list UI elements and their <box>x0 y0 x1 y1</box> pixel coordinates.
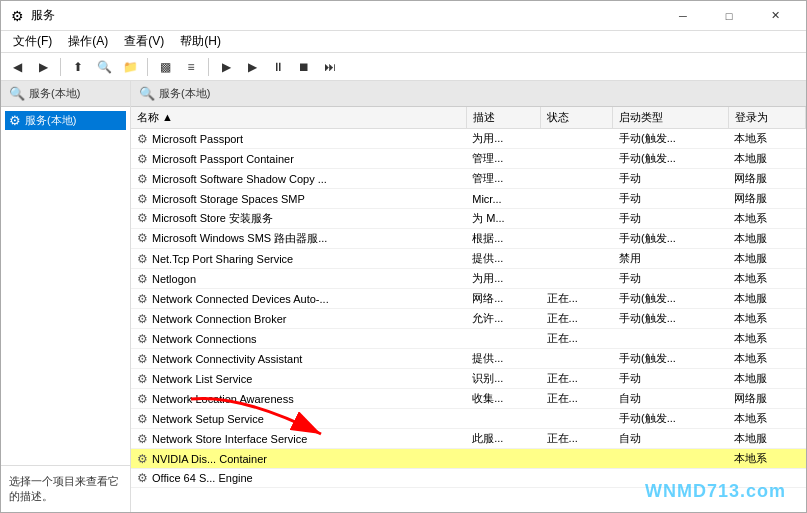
search-button[interactable]: 🔍 <box>92 56 116 78</box>
service-gear-icon: ⚙ <box>137 452 148 466</box>
stop-button[interactable]: ⏹ <box>292 56 316 78</box>
service-gear-icon: ⚙ <box>137 312 148 326</box>
left-panel-header-label: 服务(本地) <box>29 86 80 101</box>
service-name-cell: ⚙Network Connections <box>131 329 466 349</box>
minimize-button[interactable]: ─ <box>660 1 706 31</box>
up-button[interactable]: ⬆ <box>66 56 90 78</box>
table-row[interactable]: ⚙Office 64 S... Engine <box>131 469 806 488</box>
service-gear-icon: ⚙ <box>137 252 148 266</box>
tree-item-label: 服务(本地) <box>25 113 76 128</box>
service-gear-icon: ⚙ <box>137 211 148 225</box>
service-status-cell: 正在... <box>541 429 613 449</box>
service-status-cell <box>541 149 613 169</box>
service-gear-icon: ⚙ <box>137 471 148 485</box>
table-row[interactable]: ⚙NVIDIA Dis... Container本地系 <box>131 449 806 469</box>
col-header-name[interactable]: 名称 ▲ <box>131 107 466 129</box>
titlebar-left: ⚙ 服务 <box>9 7 55 24</box>
table-row[interactable]: ⚙Microsoft Store 安装服务为 M...手动本地系 <box>131 209 806 229</box>
service-name-cell: ⚙Network Connectivity Assistant <box>131 349 466 369</box>
col-header-status[interactable]: 状态 <box>541 107 613 129</box>
service-status-cell <box>541 249 613 269</box>
service-name-cell: ⚙Microsoft Passport <box>131 129 466 149</box>
col-header-login[interactable]: 登录为 <box>728 107 805 129</box>
menu-action[interactable]: 操作(A) <box>60 31 116 52</box>
menu-help[interactable]: 帮助(H) <box>172 31 229 52</box>
play-button[interactable]: ▶ <box>214 56 238 78</box>
menu-file[interactable]: 文件(F) <box>5 31 60 52</box>
service-status-cell: 正在... <box>541 369 613 389</box>
table-row[interactable]: ⚙Microsoft Software Shadow Copy ...管理...… <box>131 169 806 189</box>
service-name-cell: ⚙NVIDIA Dis... Container <box>131 449 466 469</box>
service-gear-icon: ⚙ <box>137 332 148 346</box>
pause-button[interactable]: ⏸ <box>266 56 290 78</box>
toolbar-icon1[interactable]: ▩ <box>153 56 177 78</box>
services-table[interactable]: 名称 ▲ 描述 状态 启动类型 登录为 ⚙Microsoft Passport为… <box>131 107 806 512</box>
service-startup-cell: 手动(触发... <box>613 309 728 329</box>
maximize-button[interactable]: □ <box>706 1 752 31</box>
table-row[interactable]: ⚙Network Connectivity Assistant提供...手动(触… <box>131 349 806 369</box>
service-desc-cell: 为用... <box>466 129 540 149</box>
forward-button[interactable]: ▶ <box>31 56 55 78</box>
service-gear-icon: ⚙ <box>137 392 148 406</box>
main-window: ⚙ 服务 ─ □ ✕ 文件(F) 操作(A) 查看(V) 帮助(H) ◀ ▶ ⬆… <box>0 0 807 513</box>
back-button[interactable]: ◀ <box>5 56 29 78</box>
restart-button[interactable]: ⏭ <box>318 56 342 78</box>
service-login-cell: 本地系 <box>728 129 805 149</box>
table-header-row: 名称 ▲ 描述 状态 启动类型 登录为 <box>131 107 806 129</box>
toolbar-icon2[interactable]: ≡ <box>179 56 203 78</box>
service-login-cell: 网络服 <box>728 389 805 409</box>
service-name-cell: ⚙Network Location Awareness <box>131 389 466 409</box>
service-status-cell: 正在... <box>541 329 613 349</box>
service-startup-cell: 禁用 <box>613 249 728 269</box>
table-row[interactable]: ⚙Microsoft Passport为用...手动(触发...本地系 <box>131 129 806 149</box>
table-row[interactable]: ⚙Network List Service识别...正在...手动本地服 <box>131 369 806 389</box>
service-desc-cell: 收集... <box>466 389 540 409</box>
service-name-cell: ⚙Office 64 S... Engine <box>131 469 466 488</box>
folders-button[interactable]: 📁 <box>118 56 142 78</box>
col-header-desc[interactable]: 描述 <box>466 107 540 129</box>
service-desc-cell: 管理... <box>466 169 540 189</box>
service-login-cell: 本地系 <box>728 409 805 429</box>
close-button[interactable]: ✕ <box>752 1 798 31</box>
service-startup-cell: 手动(触发... <box>613 129 728 149</box>
service-status-cell <box>541 269 613 289</box>
service-desc-cell <box>466 329 540 349</box>
service-name-cell: ⚙Network List Service <box>131 369 466 389</box>
service-gear-icon: ⚙ <box>137 292 148 306</box>
table-row[interactable]: ⚙Network Location Awareness收集...正在...自动网… <box>131 389 806 409</box>
service-name-cell: ⚙Microsoft Passport Container <box>131 149 466 169</box>
service-gear-icon: ⚙ <box>137 372 148 386</box>
table-row[interactable]: ⚙Microsoft Storage Spaces SMPMicr...手动网络… <box>131 189 806 209</box>
service-startup-cell: 手动 <box>613 189 728 209</box>
service-name-cell: ⚙Microsoft Software Shadow Copy ... <box>131 169 466 189</box>
table-row[interactable]: ⚙Network Connected Devices Auto-...网络...… <box>131 289 806 309</box>
table-row[interactable]: ⚙Net.Tcp Port Sharing Service提供...禁用本地服 <box>131 249 806 269</box>
menu-view[interactable]: 查看(V) <box>116 31 172 52</box>
table-row[interactable]: ⚙Microsoft Passport Container管理...手动(触发.… <box>131 149 806 169</box>
service-status-cell <box>541 469 613 488</box>
service-gear-icon: ⚙ <box>137 432 148 446</box>
table-row[interactable]: ⚙Microsoft Windows SMS 路由器服...根据...手动(触发… <box>131 229 806 249</box>
service-status-cell <box>541 409 613 429</box>
service-status-cell: 正在... <box>541 309 613 329</box>
left-panel: 🔍 服务(本地) ⚙ 服务(本地) 选择一个项目来查看它的描述。 <box>1 81 131 512</box>
table-row[interactable]: ⚙Netlogon为用...手动本地系 <box>131 269 806 289</box>
service-login-cell: 本地系 <box>728 269 805 289</box>
toolbar-sep-1 <box>60 58 61 76</box>
table-row[interactable]: ⚙Network Connection Broker允许...正在...手动(触… <box>131 309 806 329</box>
service-login-cell: 本地系 <box>728 449 805 469</box>
right-panel-title: 服务(本地) <box>159 86 210 101</box>
service-name-cell: ⚙Network Connected Devices Auto-... <box>131 289 466 309</box>
tree-item-services-local[interactable]: ⚙ 服务(本地) <box>5 111 126 130</box>
services-list: 名称 ▲ 描述 状态 启动类型 登录为 ⚙Microsoft Passport为… <box>131 107 806 488</box>
table-row[interactable]: ⚙Network Setup Service手动(触发...本地系 <box>131 409 806 429</box>
titlebar: ⚙ 服务 ─ □ ✕ <box>1 1 806 31</box>
table-row[interactable]: ⚙Network Connections正在...本地系 <box>131 329 806 349</box>
table-row[interactable]: ⚙Network Store Interface Service此服...正在.… <box>131 429 806 449</box>
play2-button[interactable]: ▶ <box>240 56 264 78</box>
service-login-cell: 本地服 <box>728 369 805 389</box>
col-header-startup[interactable]: 启动类型 <box>613 107 728 129</box>
service-desc-cell: 提供... <box>466 249 540 269</box>
services-tbody: ⚙Microsoft Passport为用...手动(触发...本地系⚙Micr… <box>131 129 806 488</box>
service-startup-cell: 手动 <box>613 209 728 229</box>
